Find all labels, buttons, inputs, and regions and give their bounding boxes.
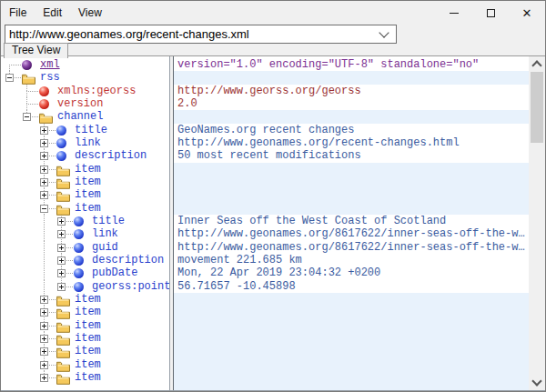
value-cell[interactable]: http://www.geonames.org/8617622/inner-se… bbox=[174, 241, 529, 254]
tab-tree-view[interactable]: Tree View bbox=[4, 43, 68, 58]
value-cell[interactable]: 50 most recent modifications bbox=[174, 149, 529, 162]
expand-plus-icon[interactable] bbox=[40, 139, 48, 147]
value-cell[interactable]: 2.0 bbox=[174, 97, 529, 110]
node-label: xmlns:georss bbox=[57, 85, 136, 97]
folder-icon bbox=[56, 203, 70, 215]
expand-plus-icon[interactable] bbox=[40, 178, 48, 186]
address-input[interactable]: http://www.geonames.org/recent-changes.x… bbox=[5, 27, 380, 41]
chevron-down-icon[interactable] bbox=[379, 27, 389, 37]
menu-edit[interactable]: Edit bbox=[35, 1, 70, 25]
tree-node-item[interactable]: item bbox=[1, 332, 169, 345]
value-cell[interactable] bbox=[174, 176, 529, 188]
tree-node-item[interactable]: item bbox=[1, 371, 169, 384]
value-cell[interactable] bbox=[174, 71, 529, 84]
value-cell[interactable] bbox=[174, 358, 529, 371]
folder-icon bbox=[56, 164, 70, 176]
tree-node-xml[interactable]: xml bbox=[1, 58, 169, 71]
expand-plus-icon[interactable] bbox=[40, 361, 48, 369]
expand-plus-icon[interactable] bbox=[57, 244, 66, 252]
folder-icon bbox=[56, 372, 70, 384]
value-cell[interactable] bbox=[174, 293, 529, 306]
node-label: item bbox=[75, 332, 101, 345]
value-cell[interactable] bbox=[174, 110, 529, 123]
tree-node-item[interactable]: item bbox=[1, 319, 169, 332]
tree-node-link[interactable]: link bbox=[1, 227, 169, 240]
expand-plus-icon[interactable] bbox=[40, 296, 48, 304]
value-cell[interactable]: version="1.0" encoding="UTF-8" standalon… bbox=[174, 58, 529, 71]
value-cell[interactable]: http://www.geonames.org/8617622/inner-se… bbox=[174, 227, 529, 240]
tree-node-title[interactable]: title bbox=[1, 215, 169, 227]
tree-node-pubDate[interactable]: pubDate bbox=[1, 266, 169, 279]
expand-plus-icon[interactable] bbox=[40, 374, 48, 382]
menu-view[interactable]: View bbox=[70, 1, 110, 25]
tree-node-xmlns:georss[interactable]: xmlns:georss bbox=[1, 85, 169, 97]
tree-node-georss:point[interactable]: georss:point bbox=[1, 280, 169, 293]
scroll-up-button[interactable] bbox=[529, 56, 545, 72]
scroll-down-button[interactable] bbox=[529, 375, 545, 390]
node-label: item bbox=[75, 345, 101, 357]
vertical-scrollbar[interactable] bbox=[529, 56, 545, 390]
value-cell[interactable]: movement 221.685 km bbox=[174, 254, 529, 266]
node-label: description bbox=[75, 149, 147, 162]
expand-plus-icon[interactable] bbox=[57, 256, 66, 265]
tree-node-version[interactable]: version bbox=[1, 97, 169, 110]
tree-node-title[interactable]: title bbox=[1, 124, 169, 136]
value-cell[interactable]: GeoNames.org recent changes bbox=[174, 124, 529, 136]
expand-plus-icon[interactable] bbox=[40, 126, 48, 135]
expand-plus-icon[interactable] bbox=[40, 308, 48, 317]
value-cell[interactable] bbox=[174, 163, 529, 176]
tree-node-description[interactable]: description bbox=[1, 254, 169, 266]
minimize-button[interactable] bbox=[436, 1, 472, 25]
value-cell[interactable] bbox=[174, 371, 529, 384]
expand-plus-icon[interactable] bbox=[57, 217, 66, 226]
value-cell[interactable]: http://www.geonames.org/recent-changes.h… bbox=[174, 136, 529, 149]
tree-node-channel[interactable]: channel bbox=[1, 110, 169, 123]
tree-node-item[interactable]: item bbox=[1, 202, 169, 215]
value-cell[interactable] bbox=[174, 345, 529, 357]
expand-plus-icon[interactable] bbox=[40, 166, 48, 174]
collapse-minus-icon[interactable] bbox=[5, 74, 14, 82]
value-cell[interactable]: http://www.georss.org/georss bbox=[174, 85, 529, 97]
tree-node-description[interactable]: description bbox=[1, 149, 169, 162]
sphere-blue-icon bbox=[56, 126, 66, 136]
tree-node-item[interactable]: item bbox=[1, 188, 169, 201]
collapse-minus-icon[interactable] bbox=[23, 113, 31, 121]
expand-plus-icon[interactable] bbox=[40, 335, 48, 343]
tree-node-item[interactable]: item bbox=[1, 345, 169, 357]
tree-node-link[interactable]: link bbox=[1, 136, 169, 149]
address-combobox[interactable]: http://www.geonames.org/recent-changes.x… bbox=[5, 25, 397, 44]
close-button[interactable] bbox=[509, 1, 545, 25]
value-cell[interactable] bbox=[174, 332, 529, 345]
expand-plus-icon[interactable] bbox=[40, 191, 48, 199]
expand-plus-icon[interactable] bbox=[40, 322, 48, 330]
expand-plus-icon[interactable] bbox=[57, 269, 66, 277]
folder-icon bbox=[56, 294, 70, 306]
value-cell[interactable] bbox=[174, 319, 529, 332]
node-label: description bbox=[92, 254, 164, 266]
value-cell[interactable]: 56.71657 -10.45898 bbox=[174, 280, 529, 293]
expand-plus-icon[interactable] bbox=[57, 283, 66, 291]
tree-node-item[interactable]: item bbox=[1, 163, 169, 176]
value-cell[interactable] bbox=[174, 188, 529, 201]
tree-node-guid[interactable]: guid bbox=[1, 241, 169, 254]
tree-node-item[interactable]: item bbox=[1, 358, 169, 371]
maximize-button[interactable] bbox=[472, 1, 509, 25]
tree-node-item[interactable]: item bbox=[1, 306, 169, 318]
menu-file[interactable]: File bbox=[1, 1, 35, 25]
node-label: item bbox=[75, 188, 101, 201]
node-label: link bbox=[75, 136, 101, 149]
value-cell[interactable]: Mon, 22 Apr 2019 23:04:32 +0200 bbox=[174, 266, 529, 279]
scrollbar-thumb[interactable] bbox=[531, 72, 543, 143]
expand-plus-icon[interactable] bbox=[57, 230, 66, 238]
value-cell[interactable] bbox=[174, 202, 529, 215]
tree-node-item[interactable]: item bbox=[1, 293, 169, 306]
value-cell[interactable]: Inner Seas off the West Coast of Scotlan… bbox=[174, 215, 529, 227]
expand-plus-icon[interactable] bbox=[40, 152, 48, 160]
value-cell[interactable] bbox=[174, 306, 529, 318]
tree-node-rss[interactable]: rss bbox=[1, 71, 169, 84]
collapse-minus-icon[interactable] bbox=[40, 205, 48, 213]
minimize-icon bbox=[450, 13, 459, 14]
expand-plus-icon[interactable] bbox=[40, 347, 48, 356]
node-label: item bbox=[75, 293, 101, 306]
tree-node-item[interactable]: item bbox=[1, 176, 169, 188]
